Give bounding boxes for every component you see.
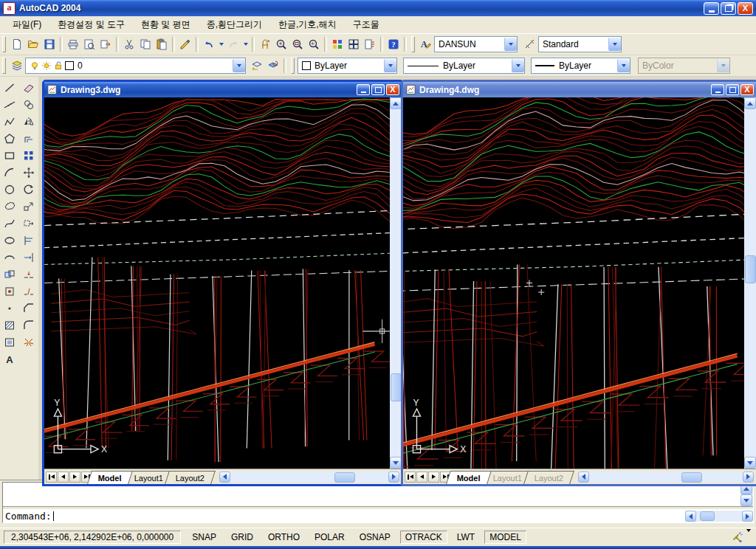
menu-settings-and-tools[interactable]: 환경설정 및 도구 — [51, 16, 131, 33]
scroll-up-button[interactable] — [390, 97, 402, 109]
horizontal-scroll-thumb[interactable] — [681, 472, 702, 483]
horizontal-scrollbar[interactable] — [578, 472, 754, 483]
zoom-realtime-button[interactable] — [273, 36, 289, 52]
tool-palettes-button[interactable] — [362, 36, 378, 52]
design-center-button[interactable] — [346, 36, 362, 52]
toolbar-grip[interactable] — [2, 36, 6, 52]
revision-cloud-button[interactable] — [1, 198, 18, 215]
horizontal-scroll-track[interactable] — [230, 472, 388, 483]
scroll-right-button[interactable] — [742, 511, 753, 522]
vertical-scroll-thumb[interactable] — [745, 255, 756, 283]
zoom-window-button[interactable] — [289, 36, 306, 52]
scroll-up-button[interactable] — [744, 97, 756, 109]
linetype-combo[interactable]: ByLayer — [403, 58, 525, 74]
scroll-down-button[interactable] — [740, 494, 752, 506]
save-button[interactable] — [41, 36, 58, 52]
publish-button[interactable] — [97, 36, 114, 52]
toolbar-grip[interactable] — [2, 58, 6, 74]
polygon-button[interactable] — [1, 130, 18, 147]
pan-button[interactable] — [257, 36, 273, 52]
scroll-right-button[interactable] — [388, 472, 399, 483]
mirror-button[interactable] — [21, 113, 38, 130]
menu-hangul-symbol-hatch[interactable]: 한글,기호,해치 — [272, 16, 343, 33]
horizontal-scroll-track[interactable] — [696, 511, 742, 522]
match-properties-button[interactable] — [177, 36, 193, 52]
child-restore-button[interactable] — [371, 84, 385, 95]
help-button[interactable]: ? — [385, 36, 402, 52]
communication-center-icon[interactable] — [731, 531, 743, 544]
copy-clip-button[interactable] — [137, 36, 154, 52]
scroll-left-button[interactable] — [219, 472, 230, 483]
restore-button[interactable] — [721, 2, 736, 15]
circle-button[interactable] — [1, 181, 18, 198]
status-toggle-snap[interactable]: SNAP — [187, 531, 221, 544]
layer-on-icon[interactable] — [30, 61, 40, 71]
combo-arrow-icon[interactable] — [504, 38, 517, 51]
toolbar-grip[interactable] — [411, 36, 415, 52]
text-style-combo[interactable]: DANSUN — [434, 36, 518, 52]
break-button[interactable] — [21, 283, 38, 300]
undo-button[interactable] — [201, 36, 217, 52]
status-toggle-model[interactable]: MODEL — [484, 531, 526, 544]
fillet-button[interactable] — [21, 317, 38, 334]
rotate-button[interactable] — [21, 181, 38, 198]
drawing3-titlebar[interactable]: Drawing3.dwg X — [44, 82, 402, 97]
combo-arrow-icon[interactable] — [512, 59, 524, 72]
vertical-scroll-track[interactable] — [744, 109, 756, 457]
break-at-point-button[interactable] — [21, 266, 38, 283]
hatch-button[interactable] — [1, 317, 18, 334]
layer-manager-button[interactable] — [9, 58, 25, 74]
drawing4-canvas[interactable]: YX — [403, 97, 744, 469]
new-button[interactable] — [9, 36, 25, 52]
menu-status-and-plan[interactable]: 현황 및 평면 — [134, 16, 197, 33]
child-restore-button[interactable] — [726, 84, 739, 95]
combo-arrow-icon[interactable] — [608, 38, 621, 51]
command-horizontal-scrollbar[interactable] — [685, 511, 753, 522]
chamfer-button[interactable] — [21, 300, 38, 317]
construction-line-button[interactable] — [1, 96, 18, 113]
close-button[interactable]: X — [738, 2, 753, 15]
zoom-previous-button[interactable] — [306, 36, 322, 52]
drawing3-canvas[interactable]: YX — [44, 97, 390, 469]
trim-button[interactable] — [21, 232, 38, 249]
layer-freeze-icon[interactable] — [41, 61, 52, 71]
explode-button[interactable] — [21, 334, 38, 351]
ellipse-button[interactable] — [1, 232, 18, 249]
menu-structures[interactable]: 구조물 — [346, 16, 386, 33]
redo-dropdown[interactable] — [241, 36, 250, 52]
tray-menu-arrow-icon[interactable] — [746, 532, 751, 542]
drawing4-titlebar[interactable]: Drawing4.dwg X — [403, 82, 756, 97]
combo-arrow-icon[interactable] — [384, 59, 396, 72]
status-toggle-otrack[interactable]: OTRACK — [400, 531, 447, 544]
move-button[interactable] — [21, 164, 38, 181]
region-button[interactable] — [1, 334, 18, 351]
status-toggle-osnap[interactable]: OSNAP — [354, 531, 396, 544]
status-toggle-lwt[interactable]: LWT — [452, 531, 480, 544]
spline-button[interactable] — [1, 215, 18, 232]
copy-button[interactable] — [21, 96, 38, 113]
layer-combo[interactable]: 0 — [25, 58, 246, 74]
arc-button[interactable] — [1, 164, 18, 181]
paste-button[interactable] — [154, 36, 170, 52]
vertical-scroll-thumb[interactable] — [391, 373, 402, 401]
scroll-right-button[interactable] — [743, 472, 754, 483]
tab-model[interactable]: Model — [87, 471, 133, 484]
plot-preview-button[interactable] — [81, 36, 97, 52]
open-button[interactable] — [25, 36, 41, 52]
horizontal-scroll-track[interactable] — [589, 472, 743, 483]
line-button[interactable] — [1, 79, 18, 96]
status-toggle-polar[interactable]: POLAR — [309, 531, 350, 544]
first-tab-button[interactable] — [405, 472, 416, 483]
text-style-button[interactable]: A — [418, 36, 434, 52]
scroll-down-button[interactable] — [390, 457, 402, 469]
menu-file[interactable]: 파일(F) — [6, 16, 48, 33]
scale-button[interactable] — [21, 198, 38, 215]
horizontal-scroll-thumb[interactable] — [700, 511, 715, 521]
scroll-down-button[interactable] — [744, 457, 756, 469]
cut-button[interactable] — [121, 36, 137, 52]
array-button[interactable] — [21, 147, 38, 164]
tab-model[interactable]: Model — [446, 471, 492, 484]
extend-button[interactable] — [21, 249, 38, 266]
child-minimize-button[interactable] — [711, 84, 724, 95]
polyline-button[interactable] — [1, 113, 18, 130]
